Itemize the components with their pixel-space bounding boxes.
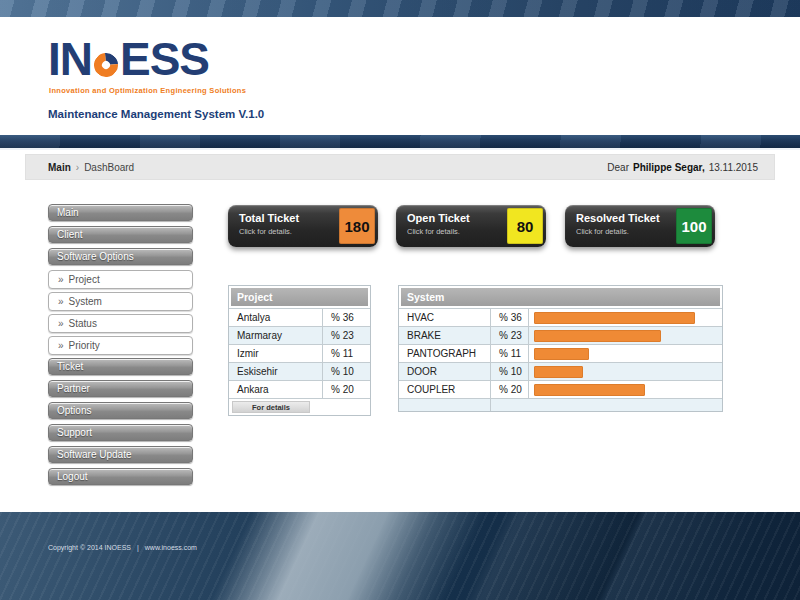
user-name: Philippe Segar, [633,162,705,173]
sidebar-item-software-options[interactable]: Software Options [48,248,193,265]
breadcrumb-separator: › [76,162,79,173]
top-decorative-band [0,0,800,17]
open-ticket-card[interactable]: Open Ticket Click for details. 80 [396,205,546,247]
ticket-count-badge: 80 [507,208,543,244]
breadcrumb: Main › DashBoard [48,162,134,173]
table-row: COUPLER % 20 [399,380,722,398]
system-percent: % 23 [491,327,529,344]
breadcrumb-main-link[interactable]: Main [48,162,71,173]
breadcrumb-bar: Main › DashBoard Dear Philippe Segar, 13… [25,154,775,180]
percent-bar [534,384,645,396]
system-name: BRAKE [399,327,491,344]
footer-copyright: Copyright © 2014 INOESS | www.inoess.com [48,544,197,551]
system-percent: % 20 [491,381,529,398]
system-percent: % 10 [491,363,529,380]
table-row: PANTOGRAPH % 11 [399,344,722,362]
logo-text-ess: ESS [120,33,209,85]
table-row: Ankara % 20 [229,380,370,398]
chevron-bullet-icon: » [58,296,64,307]
system-percent: % 36 [491,309,529,326]
copyright-text: Copyright © 2014 INOESS [48,544,131,551]
project-name: Eskisehir [229,363,323,380]
table-row: Marmaray % 23 [229,326,370,344]
bar-cell [529,345,722,362]
user-greeting: Dear Philippe Segar, 13.11.2015 [607,162,758,173]
table-row: Eskisehir % 10 [229,362,370,380]
bar-cell [529,363,722,380]
table-row: HVAC % 36 [399,308,722,326]
table-row: DOOR % 10 [399,362,722,380]
table-row: Antalya % 36 [229,308,370,326]
sidebar-item-partner[interactable]: Partner [48,380,193,397]
chevron-bullet-icon: » [58,318,64,329]
system-name: HVAC [399,309,491,326]
sidebar-subitem-label: Project [69,274,100,285]
project-percent: % 10 [323,363,370,380]
bar-cell [529,381,722,398]
sidebar-subitem-system[interactable]: »System [48,292,193,311]
system-name: PANTOGRAPH [399,345,491,362]
total-ticket-card[interactable]: Total Ticket Click for details. 180 [228,205,378,247]
sidebar-nav: Main Client Software Options »Project »S… [48,204,193,490]
bar-cell [529,327,722,344]
system-table: System HVAC % 36 BRAKE % 23 PANTOGRAPH %… [398,285,723,412]
table-row: Izmir % 11 [229,344,370,362]
sidebar-subitem-label: Priority [69,340,100,351]
project-percent: % 23 [323,327,370,344]
ticket-count-badge: 100 [676,208,712,244]
app-title: Maintenance Management System V.1.0 [48,108,264,120]
sidebar-item-options[interactable]: Options [48,402,193,419]
sidebar-subitem-priority[interactable]: »Priority [48,336,193,355]
project-name: Marmaray [229,327,323,344]
breadcrumb-current: DashBoard [84,162,134,173]
card-title: Open Ticket [407,212,470,224]
project-table: Project Antalya % 36 Marmaray % 23 Izmir… [228,285,371,416]
project-table-header: Project [231,288,368,306]
card-subtitle: Click for details. [576,227,629,236]
sidebar-item-main[interactable]: Main [48,204,193,221]
sidebar-item-software-update[interactable]: Software Update [48,446,193,463]
percent-bar [534,330,661,342]
sidebar-item-logout[interactable]: Logout [48,468,193,485]
system-name: COUPLER [399,381,491,398]
card-title: Total Ticket [239,212,299,224]
project-percent: % 11 [323,345,370,362]
project-name: Izmir [229,345,323,362]
brand-tagline: Innovation and Optimization Engineering … [49,86,246,95]
greeting-prefix: Dear [607,162,629,173]
logo-text-in: IN [48,33,92,85]
percent-bar [534,348,589,360]
project-name: Ankara [229,381,323,398]
percent-bar [534,366,583,378]
chevron-bullet-icon: » [58,340,64,351]
resolved-ticket-card[interactable]: Resolved Ticket Click for details. 100 [565,205,715,247]
current-date: 13.11.2015 [709,162,758,173]
bar-cell [529,309,722,326]
system-name: DOOR [399,363,491,380]
table-row: BRAKE % 23 [399,326,722,344]
project-name: Antalya [229,309,323,326]
system-percent: % 11 [491,345,529,362]
system-table-header: System [401,288,720,306]
footer-band: Copyright © 2014 INOESS | www.inoess.com [0,512,800,600]
inoess-logo: INESS [48,36,209,84]
sidebar-subitem-label: Status [69,318,97,329]
sidebar-subitem-label: System [69,296,102,307]
ticket-count-badge: 180 [339,208,375,244]
website-link[interactable]: www.inoess.com [145,544,197,551]
chevron-bullet-icon: » [58,274,64,285]
card-subtitle: Click for details. [407,227,460,236]
project-table-footer: For details [229,398,370,415]
project-percent: % 36 [323,309,370,326]
sidebar-item-support[interactable]: Support [48,424,193,441]
sidebar-item-ticket[interactable]: Ticket [48,358,193,375]
sidebar-subitem-project[interactable]: »Project [48,270,193,289]
footer-separator: | [137,544,139,551]
logo-o-swoosh-icon [89,48,123,82]
sidebar-item-client[interactable]: Client [48,226,193,243]
for-details-button[interactable]: For details [232,401,310,413]
card-title: Resolved Ticket [576,212,660,224]
card-subtitle: Click for details. [239,227,292,236]
sidebar-subitem-status[interactable]: »Status [48,314,193,333]
project-percent: % 20 [323,381,370,398]
